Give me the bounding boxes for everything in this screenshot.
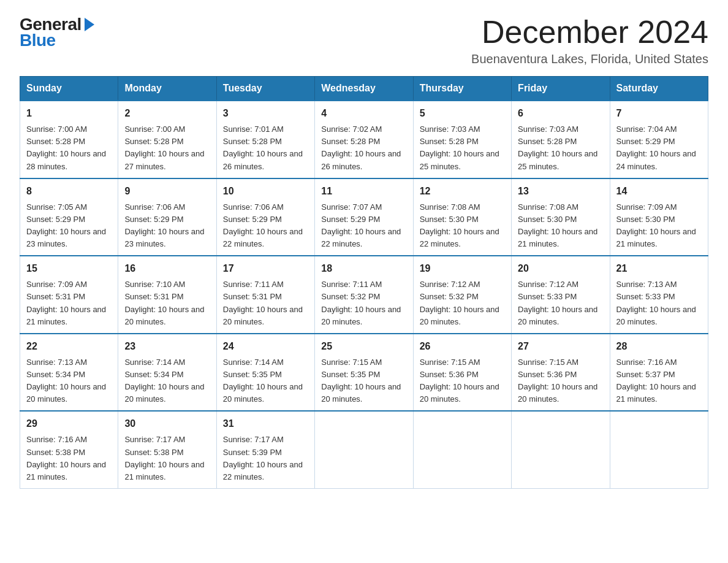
day-number: 7 — [616, 106, 702, 121]
calendar-cell: 8Sunrise: 7:05 AMSunset: 5:29 PMDaylight… — [20, 178, 118, 256]
day-number: 1 — [26, 106, 112, 121]
cell-info: Sunrise: 7:00 AMSunset: 5:28 PMDaylight:… — [124, 124, 204, 170]
day-number: 15 — [26, 261, 112, 276]
calendar-week-row: 8Sunrise: 7:05 AMSunset: 5:29 PMDaylight… — [20, 178, 708, 256]
day-number: 27 — [518, 339, 603, 354]
calendar-week-row: 29Sunrise: 7:16 AMSunset: 5:38 PMDayligh… — [20, 411, 708, 488]
calendar-cell: 22Sunrise: 7:13 AMSunset: 5:34 PMDayligh… — [20, 334, 118, 412]
cell-info: Sunrise: 7:11 AMSunset: 5:32 PMDaylight:… — [321, 280, 401, 326]
calendar-cell: 2Sunrise: 7:00 AMSunset: 5:28 PMDaylight… — [118, 101, 216, 178]
day-of-week-monday: Monday — [118, 77, 216, 101]
calendar-table: SundayMondayTuesdayWednesdayThursdayFrid… — [20, 76, 708, 489]
day-number: 11 — [321, 184, 406, 199]
page-header: General Blue December 2024 Buenaventura … — [20, 15, 708, 66]
day-number: 14 — [616, 184, 702, 199]
day-number: 4 — [321, 106, 406, 121]
day-number: 13 — [518, 184, 603, 199]
calendar-cell: 3Sunrise: 7:01 AMSunset: 5:28 PMDaylight… — [216, 101, 314, 178]
calendar-cell: 23Sunrise: 7:14 AMSunset: 5:34 PMDayligh… — [118, 334, 216, 412]
day-of-week-friday: Friday — [512, 77, 610, 101]
day-number: 6 — [518, 106, 603, 121]
day-number: 22 — [26, 339, 112, 354]
calendar-cell: 30Sunrise: 7:17 AMSunset: 5:38 PMDayligh… — [118, 411, 216, 488]
cell-info: Sunrise: 7:07 AMSunset: 5:29 PMDaylight:… — [321, 202, 401, 248]
cell-info: Sunrise: 7:09 AMSunset: 5:30 PMDaylight:… — [616, 202, 696, 248]
cell-info: Sunrise: 7:14 AMSunset: 5:34 PMDaylight:… — [124, 358, 204, 404]
day-number: 21 — [616, 261, 702, 276]
calendar-cell: 17Sunrise: 7:11 AMSunset: 5:31 PMDayligh… — [216, 256, 314, 334]
calendar-cell — [610, 411, 708, 488]
title-block: December 2024 Buenaventura Lakes, Florid… — [471, 15, 708, 66]
cell-info: Sunrise: 7:09 AMSunset: 5:31 PMDaylight:… — [26, 280, 106, 326]
day-number: 20 — [518, 261, 603, 276]
calendar-cell: 24Sunrise: 7:14 AMSunset: 5:35 PMDayligh… — [216, 334, 314, 412]
calendar-week-row: 15Sunrise: 7:09 AMSunset: 5:31 PMDayligh… — [20, 256, 708, 334]
cell-info: Sunrise: 7:16 AMSunset: 5:38 PMDaylight:… — [26, 435, 106, 481]
calendar-cell — [315, 411, 413, 488]
cell-info: Sunrise: 7:05 AMSunset: 5:29 PMDaylight:… — [26, 202, 106, 248]
calendar-cell: 4Sunrise: 7:02 AMSunset: 5:28 PMDaylight… — [315, 101, 413, 178]
cell-info: Sunrise: 7:15 AMSunset: 5:36 PMDaylight:… — [420, 358, 499, 404]
day-number: 5 — [420, 106, 505, 121]
calendar-cell: 10Sunrise: 7:06 AMSunset: 5:29 PMDayligh… — [216, 178, 314, 256]
cell-info: Sunrise: 7:06 AMSunset: 5:29 PMDaylight:… — [223, 202, 303, 248]
day-number: 9 — [124, 184, 210, 199]
day-number: 30 — [124, 416, 210, 431]
day-number: 16 — [124, 261, 210, 276]
cell-info: Sunrise: 7:00 AMSunset: 5:28 PMDaylight:… — [26, 124, 106, 170]
calendar-cell: 29Sunrise: 7:16 AMSunset: 5:38 PMDayligh… — [20, 411, 118, 488]
day-number: 25 — [321, 339, 406, 354]
cell-info: Sunrise: 7:08 AMSunset: 5:30 PMDaylight:… — [420, 202, 499, 248]
calendar-header-row: SundayMondayTuesdayWednesdayThursdayFrid… — [20, 77, 708, 101]
day-number: 8 — [26, 184, 112, 199]
day-number: 10 — [223, 184, 308, 199]
cell-info: Sunrise: 7:14 AMSunset: 5:35 PMDaylight:… — [223, 358, 303, 404]
cell-info: Sunrise: 7:10 AMSunset: 5:31 PMDaylight:… — [124, 280, 204, 326]
calendar-cell: 25Sunrise: 7:15 AMSunset: 5:35 PMDayligh… — [315, 334, 413, 412]
cell-info: Sunrise: 7:02 AMSunset: 5:28 PMDaylight:… — [321, 124, 401, 170]
cell-info: Sunrise: 7:15 AMSunset: 5:36 PMDaylight:… — [518, 358, 597, 404]
calendar-cell: 15Sunrise: 7:09 AMSunset: 5:31 PMDayligh… — [20, 256, 118, 334]
cell-info: Sunrise: 7:17 AMSunset: 5:38 PMDaylight:… — [124, 435, 204, 481]
day-number: 18 — [321, 261, 406, 276]
calendar-cell: 28Sunrise: 7:16 AMSunset: 5:37 PMDayligh… — [610, 334, 708, 412]
cell-info: Sunrise: 7:13 AMSunset: 5:34 PMDaylight:… — [26, 358, 106, 404]
cell-info: Sunrise: 7:12 AMSunset: 5:33 PMDaylight:… — [518, 280, 597, 326]
calendar-cell: 16Sunrise: 7:10 AMSunset: 5:31 PMDayligh… — [118, 256, 216, 334]
calendar-cell — [512, 411, 610, 488]
day-number: 29 — [26, 416, 112, 431]
calendar-cell: 20Sunrise: 7:12 AMSunset: 5:33 PMDayligh… — [512, 256, 610, 334]
calendar-cell: 11Sunrise: 7:07 AMSunset: 5:29 PMDayligh… — [315, 178, 413, 256]
cell-info: Sunrise: 7:08 AMSunset: 5:30 PMDaylight:… — [518, 202, 597, 248]
cell-info: Sunrise: 7:13 AMSunset: 5:33 PMDaylight:… — [616, 280, 696, 326]
cell-info: Sunrise: 7:03 AMSunset: 5:28 PMDaylight:… — [420, 124, 499, 170]
day-number: 3 — [223, 106, 308, 121]
day-of-week-tuesday: Tuesday — [216, 77, 314, 101]
day-number: 2 — [124, 106, 210, 121]
logo-arrow-icon — [83, 18, 94, 33]
calendar-cell: 26Sunrise: 7:15 AMSunset: 5:36 PMDayligh… — [413, 334, 511, 412]
location-subtitle: Buenaventura Lakes, Florida, United Stat… — [471, 52, 708, 66]
calendar-cell: 14Sunrise: 7:09 AMSunset: 5:30 PMDayligh… — [610, 178, 708, 256]
logo: General Blue — [20, 15, 94, 50]
day-number: 12 — [420, 184, 505, 199]
cell-info: Sunrise: 7:11 AMSunset: 5:31 PMDaylight:… — [223, 280, 303, 326]
calendar-cell: 1Sunrise: 7:00 AMSunset: 5:28 PMDaylight… — [20, 101, 118, 178]
calendar-cell — [413, 411, 511, 488]
day-number: 24 — [223, 339, 308, 354]
day-number: 23 — [124, 339, 210, 354]
calendar-cell: 13Sunrise: 7:08 AMSunset: 5:30 PMDayligh… — [512, 178, 610, 256]
day-of-week-wednesday: Wednesday — [315, 77, 413, 101]
calendar-cell: 18Sunrise: 7:11 AMSunset: 5:32 PMDayligh… — [315, 256, 413, 334]
day-number: 17 — [223, 261, 308, 276]
calendar-cell: 27Sunrise: 7:15 AMSunset: 5:36 PMDayligh… — [512, 334, 610, 412]
cell-info: Sunrise: 7:12 AMSunset: 5:32 PMDaylight:… — [420, 280, 499, 326]
day-number: 26 — [420, 339, 505, 354]
calendar-cell: 12Sunrise: 7:08 AMSunset: 5:30 PMDayligh… — [413, 178, 511, 256]
cell-info: Sunrise: 7:01 AMSunset: 5:28 PMDaylight:… — [223, 124, 303, 170]
calendar-cell: 19Sunrise: 7:12 AMSunset: 5:32 PMDayligh… — [413, 256, 511, 334]
day-number: 31 — [223, 416, 308, 431]
day-of-week-sunday: Sunday — [20, 77, 118, 101]
calendar-cell: 9Sunrise: 7:06 AMSunset: 5:29 PMDaylight… — [118, 178, 216, 256]
calendar-cell: 31Sunrise: 7:17 AMSunset: 5:39 PMDayligh… — [216, 411, 314, 488]
